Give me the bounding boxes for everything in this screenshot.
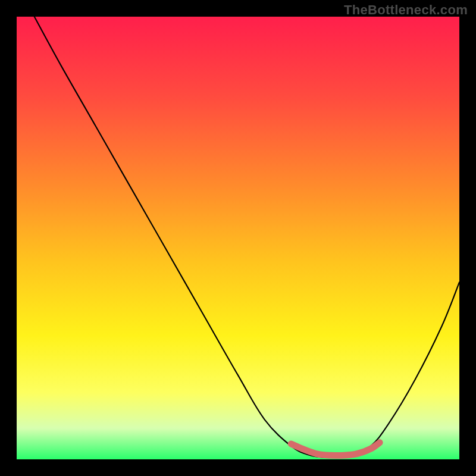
band-endpoint	[289, 441, 294, 446]
bottleneck-plot	[17, 17, 459, 459]
gradient-background	[17, 17, 459, 459]
plot-svg	[17, 17, 459, 459]
watermark-text: TheBottleneck.com	[344, 2, 468, 18]
chart-frame: TheBottleneck.com	[0, 0, 476, 476]
band-endpoint	[377, 440, 383, 445]
